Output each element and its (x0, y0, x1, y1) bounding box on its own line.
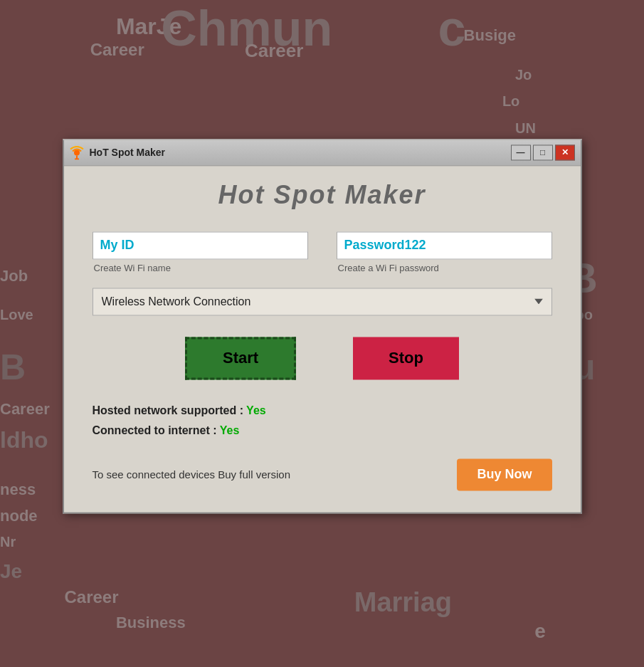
status-section: Hosted network supported : Yes Connected… (93, 404, 552, 437)
title-bar: HoT Spot Maker — □ ✕ (64, 140, 581, 166)
action-buttons: Start Stop (93, 337, 552, 379)
password-label: Create a Wi Fi password (337, 263, 552, 273)
wifi-name-input[interactable] (93, 231, 308, 259)
bottom-bar: To see connected devices Buy full versio… (93, 458, 552, 490)
bottom-message: To see connected devices Buy full versio… (93, 468, 291, 480)
stop-button[interactable]: Stop (353, 337, 459, 379)
wifi-name-group: Create Wi Fi name (93, 231, 308, 273)
svg-point-0 (74, 149, 80, 155)
title-bar-controls: — □ ✕ (511, 145, 575, 160)
network-dropdown[interactable]: Wireless Network Connection Local Area C… (93, 288, 552, 315)
window-content: Hot Spot Maker Create Wi Fi name Create … (64, 166, 581, 512)
title-bar-left: HoT Spot Maker (70, 145, 166, 159)
internet-label: Connected to internet : (93, 424, 220, 436)
minimize-button[interactable]: — (511, 145, 531, 160)
restore-button[interactable]: □ (533, 145, 553, 160)
input-row: Create Wi Fi name Create a Wi Fi passwor… (93, 231, 552, 273)
internet-status: Connected to internet : Yes (93, 424, 552, 437)
app-heading: Hot Spot Maker (93, 180, 552, 210)
close-button[interactable]: ✕ (555, 145, 575, 160)
password-group: Create a Wi Fi password (337, 231, 552, 273)
app-window: HoT Spot Maker — □ ✕ Hot Spot Maker Crea… (63, 139, 582, 513)
app-icon (70, 145, 84, 159)
hosted-network-status: Hosted network supported : Yes (93, 404, 552, 417)
hosted-network-value: Yes (246, 404, 266, 416)
hosted-network-label: Hosted network supported : (93, 404, 247, 416)
window-title: HoT Spot Maker (90, 147, 166, 158)
internet-value: Yes (220, 424, 240, 436)
network-dropdown-row: Wireless Network Connection Local Area C… (93, 288, 552, 315)
password-input[interactable] (337, 231, 552, 259)
wifi-name-label: Create Wi Fi name (93, 263, 308, 273)
start-button[interactable]: Start (185, 337, 296, 379)
buy-now-button[interactable]: Buy Now (457, 458, 551, 490)
